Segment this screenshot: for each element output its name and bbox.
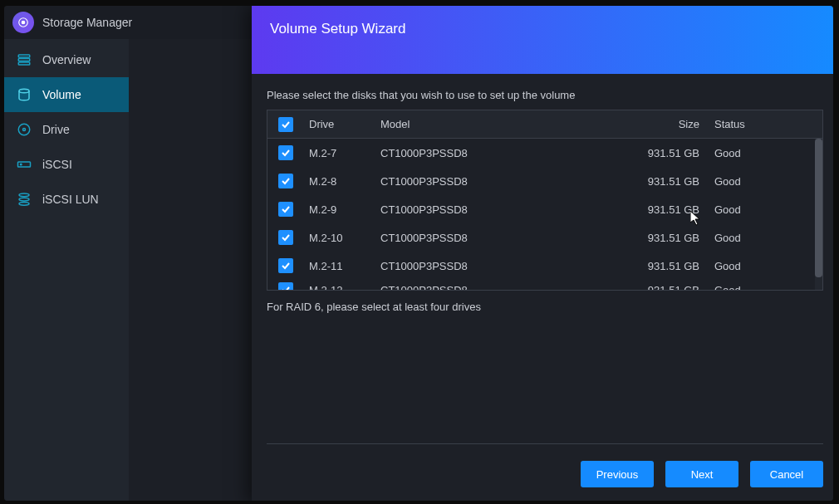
svg-point-9 bbox=[21, 164, 22, 165]
sidebar-item-label: iSCSI LUN bbox=[42, 193, 99, 206]
col-header-size[interactable]: Size bbox=[626, 118, 709, 130]
table-row[interactable]: M.2-11 CT1000P3PSSD8 931.51 GB Good bbox=[267, 252, 822, 280]
content: 0 TB % Volume Setup Wizard Please select… bbox=[129, 39, 833, 501]
wizard-buttons: Previous Next Cancel bbox=[267, 461, 823, 487]
cell-model: CT1000P3PSSD8 bbox=[375, 147, 626, 159]
svg-point-5 bbox=[19, 89, 29, 93]
cell-status: Good bbox=[709, 260, 781, 272]
svg-rect-4 bbox=[18, 62, 30, 65]
sidebar-item-iscsi-lun[interactable]: iSCSI LUN bbox=[4, 182, 129, 217]
cell-status: Good bbox=[709, 175, 781, 188]
sidebar-item-drive[interactable]: Drive bbox=[4, 112, 129, 147]
cell-size: 931.51 GB bbox=[626, 147, 709, 159]
svg-point-10 bbox=[19, 193, 29, 197]
sidebar-item-volume[interactable]: Volume bbox=[4, 77, 129, 112]
next-button[interactable]: Next bbox=[665, 461, 738, 487]
wizard-title: Volume Setup Wizard bbox=[270, 21, 405, 37]
raid-hint: For RAID 6, please select at least four … bbox=[267, 301, 823, 313]
table-row[interactable]: M.2-12 CT1000P3PSSD8 931.51 GB Good bbox=[267, 280, 822, 290]
cell-drive: M.2-8 bbox=[304, 175, 375, 188]
volume-icon bbox=[16, 86, 32, 103]
cell-drive: M.2-9 bbox=[304, 203, 375, 216]
cell-status: Good bbox=[709, 284, 781, 291]
wizard-header: Volume Setup Wizard bbox=[252, 6, 833, 74]
cancel-button[interactable]: Cancel bbox=[750, 461, 823, 487]
app-icon bbox=[12, 12, 34, 33]
cell-drive: M.2-10 bbox=[304, 232, 375, 244]
wizard-instruction: Please select the disks that you wish to… bbox=[267, 89, 823, 101]
table-row[interactable]: M.2-10 CT1000P3PSSD8 931.51 GB Good bbox=[267, 223, 822, 252]
iscsi-lun-icon bbox=[16, 191, 32, 208]
svg-point-11 bbox=[19, 198, 29, 201]
table-row[interactable]: M.2-8 CT1000P3PSSD8 931.51 GB Good bbox=[267, 167, 822, 195]
svg-rect-2 bbox=[18, 55, 30, 57]
sidebar: Overview Volume Drive iSCSI bbox=[4, 39, 129, 501]
table-row[interactable]: M.2-9 CT1000P3PSSD8 931.51 GB Good bbox=[267, 195, 822, 223]
cell-size: 931.51 GB bbox=[626, 284, 709, 291]
cell-size: 931.51 GB bbox=[626, 232, 709, 244]
cell-size: 931.51 GB bbox=[626, 260, 709, 272]
scroll-thumb[interactable] bbox=[815, 139, 822, 277]
volume-setup-wizard: Volume Setup Wizard Please select the di… bbox=[252, 6, 833, 501]
sidebar-item-label: Volume bbox=[42, 88, 81, 101]
svg-point-1 bbox=[22, 21, 25, 24]
row-checkbox[interactable] bbox=[278, 202, 293, 217]
svg-rect-3 bbox=[18, 59, 30, 61]
wizard-footer: Previous Next Cancel bbox=[252, 430, 833, 501]
cell-model: CT1000P3PSSD8 bbox=[375, 175, 626, 188]
cell-status: Good bbox=[709, 147, 781, 159]
select-all-checkbox[interactable] bbox=[278, 117, 293, 132]
sidebar-item-label: Drive bbox=[42, 123, 70, 136]
footer-divider bbox=[267, 443, 823, 444]
svg-point-7 bbox=[23, 129, 26, 131]
col-header-drive[interactable]: Drive bbox=[304, 118, 375, 130]
sidebar-item-label: Overview bbox=[42, 53, 91, 66]
cell-model: CT1000P3PSSD8 bbox=[375, 260, 626, 272]
main-area: Overview Volume Drive iSCSI bbox=[4, 39, 833, 501]
table-scrollbar[interactable] bbox=[815, 139, 822, 290]
cell-status: Good bbox=[709, 203, 781, 216]
svg-point-12 bbox=[19, 202, 29, 205]
row-checkbox[interactable] bbox=[278, 282, 293, 290]
cell-drive: M.2-7 bbox=[304, 147, 375, 159]
row-checkbox[interactable] bbox=[278, 145, 293, 160]
col-header-model[interactable]: Model bbox=[375, 118, 626, 130]
table-header: Drive Model Size Status bbox=[267, 110, 822, 139]
sidebar-item-overview[interactable]: Overview bbox=[4, 42, 129, 77]
cell-model: CT1000P3PSSD8 bbox=[375, 284, 626, 291]
app-title: Storage Manager bbox=[42, 16, 132, 29]
cell-drive: M.2-12 bbox=[304, 284, 375, 291]
table-row[interactable]: M.2-7 CT1000P3PSSD8 931.51 GB Good bbox=[267, 139, 822, 167]
row-checkbox[interactable] bbox=[278, 174, 293, 188]
row-checkbox[interactable] bbox=[278, 230, 293, 245]
cell-size: 931.51 GB bbox=[626, 175, 709, 188]
svg-point-6 bbox=[18, 124, 30, 135]
drive-icon bbox=[16, 121, 32, 138]
wizard-body: Please select the disks that you wish to… bbox=[252, 74, 833, 430]
col-header-status[interactable]: Status bbox=[709, 118, 781, 130]
cell-drive: M.2-11 bbox=[304, 260, 375, 272]
sidebar-item-label: iSCSI bbox=[42, 158, 72, 171]
app-window: Storage Manager ? — ▢ ✕ Overview Volume bbox=[4, 6, 833, 501]
cell-model: CT1000P3PSSD8 bbox=[375, 203, 626, 216]
sidebar-item-iscsi[interactable]: iSCSI bbox=[4, 147, 129, 182]
disk-table: Drive Model Size Status M.2-7 CT1000P3PS… bbox=[267, 110, 823, 291]
cell-status: Good bbox=[709, 232, 781, 244]
cell-size: 931.51 GB bbox=[626, 203, 709, 216]
row-checkbox[interactable] bbox=[278, 258, 293, 273]
iscsi-icon bbox=[16, 156, 32, 173]
overview-icon bbox=[16, 51, 32, 68]
cell-model: CT1000P3PSSD8 bbox=[375, 232, 626, 244]
previous-button[interactable]: Previous bbox=[581, 461, 654, 487]
table-body: M.2-7 CT1000P3PSSD8 931.51 GB Good M.2-8… bbox=[267, 139, 822, 290]
